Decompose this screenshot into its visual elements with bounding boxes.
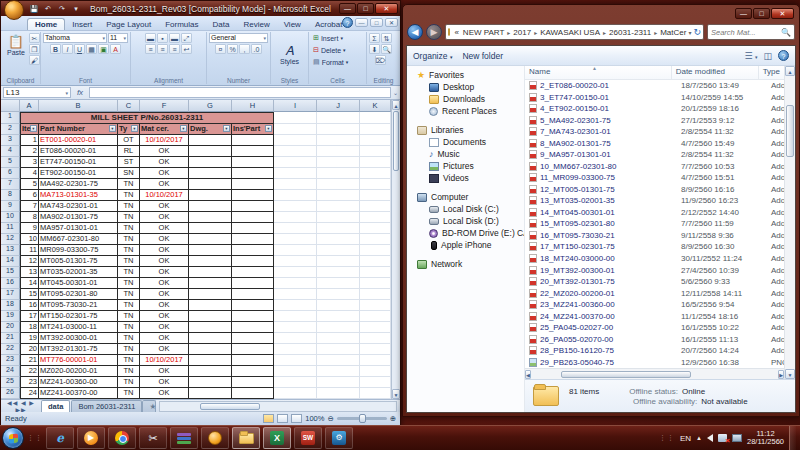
grid-cell[interactable]: TN: [118, 179, 140, 190]
breadcrumb-segment[interactable]: NEW PART: [461, 28, 506, 37]
grid-cell[interactable]: TN: [118, 300, 140, 311]
grid-cell[interactable]: [274, 179, 317, 190]
explorer-vscroll-thumb[interactable]: [786, 105, 794, 157]
zoom-in-icon[interactable]: ⊕: [390, 414, 396, 423]
grid-cell[interactable]: 8: [20, 212, 39, 223]
sort-filter-button[interactable]: ⇅: [381, 33, 392, 43]
styles-button[interactable]: 𝐴 Styles: [276, 42, 303, 67]
grid-cell[interactable]: TN: [118, 278, 140, 289]
grid-cell[interactable]: 19: [20, 333, 39, 344]
row-header-11[interactable]: 11: [1, 223, 20, 234]
grid-cell[interactable]: OK: [140, 300, 189, 311]
grid-cell[interactable]: [317, 388, 360, 399]
grid-cell[interactable]: [317, 355, 360, 366]
grid-cell[interactable]: MT241-03000-11: [39, 322, 118, 333]
increase-decimal-button[interactable]: .0: [251, 44, 262, 54]
file-row[interactable]: 14_MT045-00301-012/12/2552 14:40Adobe Ac…: [525, 207, 784, 219]
grid-cell[interactable]: OK: [140, 333, 189, 344]
grid-cell[interactable]: [317, 344, 360, 355]
grid-cell[interactable]: [360, 366, 391, 377]
sidebar-item-apple-iphone[interactable]: Apple iPhone: [407, 239, 524, 251]
grid-cell[interactable]: TN: [118, 256, 140, 267]
ribbon-tab-home[interactable]: Home: [27, 18, 65, 30]
grid-cell[interactable]: [360, 135, 391, 146]
grid-cell[interactable]: [189, 168, 232, 179]
grid-cell[interactable]: OK: [140, 377, 189, 388]
grid-cell[interactable]: [232, 234, 274, 245]
grid-cell[interactable]: [360, 278, 391, 289]
normal-view-button[interactable]: [263, 414, 274, 423]
ribbon-tab-review[interactable]: Review: [236, 19, 276, 30]
scroll-down-icon[interactable]: ▼: [392, 389, 400, 399]
grid-cell[interactable]: TN: [118, 234, 140, 245]
row-header-10[interactable]: 10: [1, 212, 20, 223]
grid-cell[interactable]: [317, 168, 360, 179]
row-header-17[interactable]: 17: [1, 289, 20, 300]
grid-cell[interactable]: MT035-02001-35: [39, 267, 118, 278]
grid-cell[interactable]: [317, 300, 360, 311]
column-header-date-modified[interactable]: Date modified: [672, 66, 759, 79]
page-break-view-button[interactable]: [291, 414, 302, 423]
filter-header-matcer[interactable]: ▾Mat cer.: [140, 124, 189, 135]
grid-cell[interactable]: [232, 212, 274, 223]
action-center-flag-icon[interactable]: [718, 434, 727, 442]
grid-cell[interactable]: [317, 157, 360, 168]
grid-cell[interactable]: [274, 355, 317, 366]
grid-cell[interactable]: 10/10/2017: [140, 135, 189, 146]
explorer-horizontal-scrollbar[interactable]: ◀ ▶: [525, 368, 784, 379]
hscroll-left-icon[interactable]: ◀: [525, 370, 531, 379]
breadcrumb-segment[interactable]: KAWASAKI USA: [538, 28, 602, 37]
grid-cell[interactable]: [360, 289, 391, 300]
grid-cell[interactable]: [274, 135, 317, 146]
grid-cell[interactable]: [232, 377, 274, 388]
grid-cell[interactable]: [317, 245, 360, 256]
zoom-slider[interactable]: [337, 417, 387, 420]
fill-button[interactable]: ⬇: [369, 44, 380, 54]
workbook-close-button[interactable]: ✕: [385, 18, 398, 27]
font-name-combo[interactable]: Tahoma▾: [43, 33, 107, 43]
grid-cell[interactable]: MA902-01301-75: [39, 212, 118, 223]
zoom-knob[interactable]: [359, 414, 366, 423]
explorer-restore-button[interactable]: □: [753, 8, 770, 19]
new-folder-button[interactable]: New folder: [462, 51, 503, 61]
filter-dropdown-icon[interactable]: ▾: [131, 125, 138, 132]
grid-cell[interactable]: [189, 333, 232, 344]
taskbar-icon-snipping-tool[interactable]: ✂: [139, 427, 167, 449]
volume-icon[interactable]: [707, 434, 713, 442]
grid-cell[interactable]: MT150-02301-75: [39, 311, 118, 322]
preview-pane-button[interactable]: ◫: [763, 51, 772, 61]
font-color-button[interactable]: A: [110, 44, 121, 54]
file-row[interactable]: 10_MM667-02301-807/7/2560 10:53Adobe Acr…: [525, 161, 784, 173]
taskbar-icon-explorer[interactable]: [232, 427, 260, 449]
sidebar-item-favorites[interactable]: ★Favorites: [407, 69, 524, 81]
row-header-12[interactable]: 12: [1, 234, 20, 245]
grid-cell[interactable]: [232, 355, 274, 366]
grid-cell[interactable]: OK: [140, 168, 189, 179]
file-row[interactable]: 25_PA045-02027-0016/1/2555 10:22Adobe Ac…: [525, 322, 784, 334]
grid-cell[interactable]: [189, 267, 232, 278]
row-header-8[interactable]: 8: [1, 190, 20, 201]
grid-cell[interactable]: [317, 146, 360, 157]
grid-cell[interactable]: [317, 201, 360, 212]
grid-cell[interactable]: MA713-01301-35: [39, 190, 118, 201]
paste-button[interactable]: 📋 Paste: [3, 33, 29, 75]
file-row[interactable]: 17_MT150-02301-758/9/2560 16:30Adobe Acr…: [525, 241, 784, 253]
grid-cell[interactable]: [232, 168, 274, 179]
grid-cell[interactable]: [317, 234, 360, 245]
grid-cell[interactable]: [274, 311, 317, 322]
underline-button[interactable]: U: [74, 44, 85, 54]
clock[interactable]: 11:12 28/11/2560: [747, 430, 784, 446]
borders-button[interactable]: ▦: [86, 44, 97, 54]
column-header-F[interactable]: F: [140, 100, 189, 112]
bold-button[interactable]: B: [50, 44, 61, 54]
file-row[interactable]: 28_PB150-16120-7520/7/2560 14:24Adobe Ac…: [525, 345, 784, 357]
grid-cell[interactable]: OK: [140, 388, 189, 399]
autosum-button[interactable]: Σ: [369, 33, 380, 43]
grid-cell[interactable]: [189, 289, 232, 300]
grid-cell[interactable]: [360, 112, 391, 124]
grid-cell[interactable]: [317, 190, 360, 201]
ribbon-tab-formulas[interactable]: Formulas: [158, 19, 205, 30]
grid-cell[interactable]: [274, 212, 317, 223]
name-box[interactable]: L13▾: [3, 87, 71, 98]
grid-cell[interactable]: MR099-03300-75: [39, 245, 118, 256]
